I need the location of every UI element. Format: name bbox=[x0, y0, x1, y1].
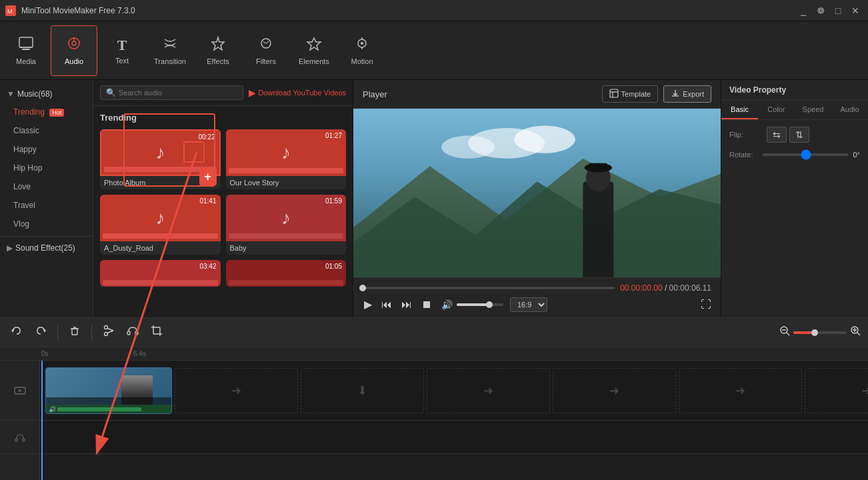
flip-horizontal-btn[interactable]: ⇆ bbox=[767, 127, 787, 143]
youtube-btn-label: Download YouTube Videos bbox=[259, 89, 347, 97]
settings-btn[interactable]: ☸ bbox=[813, 3, 828, 18]
maximize-btn[interactable]: □ bbox=[831, 3, 845, 18]
search-input[interactable] bbox=[119, 89, 237, 97]
toolbar-audio[interactable]: Audio bbox=[51, 25, 97, 76]
svg-point-33 bbox=[105, 326, 108, 329]
toolbar-transition[interactable]: Transition bbox=[147, 25, 193, 76]
category-hiphop[interactable]: Hip Hop bbox=[0, 159, 93, 177]
toolbar-effects[interactable]: Effects bbox=[195, 25, 241, 76]
redo-btn[interactable] bbox=[31, 322, 51, 343]
crop-btn[interactable] bbox=[147, 322, 167, 343]
main-toolbar: Media Audio T Text Transition Effects Fi… bbox=[0, 21, 868, 80]
video-track-label bbox=[0, 361, 39, 421]
toolbar-media[interactable]: Media bbox=[3, 25, 49, 76]
search-box[interactable]: 🔍 bbox=[100, 85, 243, 100]
play-btn[interactable]: ▶ bbox=[363, 297, 373, 312]
zoom-out-btn[interactable] bbox=[779, 325, 791, 340]
template-btn[interactable]: Template bbox=[602, 85, 659, 103]
flip-label: Flip: bbox=[729, 131, 763, 139]
travel-label: Travel bbox=[13, 201, 35, 210]
duration-2: 01:27 bbox=[325, 132, 342, 139]
youtube-download-btn[interactable]: ▶ Download YouTube Videos bbox=[249, 87, 347, 98]
audio-card-6[interactable]: 01:05 bbox=[226, 260, 347, 287]
waveform-6 bbox=[229, 280, 344, 285]
toolbar-elements[interactable]: Elements bbox=[291, 25, 337, 76]
export-btn[interactable]: Export bbox=[663, 85, 711, 103]
zoom-slider[interactable] bbox=[793, 331, 847, 334]
category-happy[interactable]: Happy bbox=[0, 140, 93, 159]
placeholder-5: ➜ bbox=[679, 368, 802, 413]
properties-panel: Video Property Basic Color Speed Audio F… bbox=[721, 80, 868, 317]
audio-card-3[interactable]: ♪ 01:41 A_Dusty_Road bbox=[100, 195, 221, 255]
toolbar-text[interactable]: T Text bbox=[99, 25, 145, 76]
svg-rect-26 bbox=[589, 163, 608, 171]
duration-6: 01:05 bbox=[325, 263, 342, 270]
undo-btn[interactable] bbox=[7, 322, 27, 343]
rotate-slider[interactable] bbox=[763, 153, 849, 156]
category-love[interactable]: Love bbox=[0, 177, 93, 196]
duration-1: 00:22 bbox=[198, 133, 215, 141]
prev-frame-btn[interactable]: ⏮ bbox=[380, 297, 393, 312]
tab-audio[interactable]: Audio bbox=[831, 101, 868, 119]
tab-speed[interactable]: Speed bbox=[795, 101, 831, 119]
player-header: Player Template Export bbox=[353, 80, 721, 109]
volume-btn[interactable]: 🔊 bbox=[440, 298, 454, 311]
stop-btn[interactable]: ⏹ bbox=[420, 297, 433, 312]
headphones-btn[interactable] bbox=[123, 322, 143, 343]
time-separator: / bbox=[665, 283, 669, 293]
flip-row: Flip: ⇆ ⇅ bbox=[729, 127, 860, 143]
next-frame-btn[interactable]: ⏭ bbox=[400, 297, 413, 312]
audio-card-4[interactable]: ♪ 01:59 Baby bbox=[226, 195, 347, 255]
fullscreen-btn[interactable]: ⛶ bbox=[701, 299, 711, 311]
audio-card-2[interactable]: ♪ 01:27 Our Love Story bbox=[226, 129, 347, 189]
svg-marker-27 bbox=[11, 329, 13, 333]
close-btn[interactable]: ✕ bbox=[848, 3, 863, 18]
category-classic[interactable]: Classic bbox=[0, 121, 93, 140]
audio-card-5[interactable]: 03:42 bbox=[100, 260, 221, 287]
left-panel: ▼ Music(68) Trending Hot Classic Happy H… bbox=[0, 80, 353, 317]
ratio-select[interactable]: 16:9 9:16 4:3 1:1 bbox=[510, 297, 547, 312]
sound-effect-group-header[interactable]: ▶ Sound Effect(25) bbox=[0, 239, 93, 257]
tab-color[interactable]: Color bbox=[758, 101, 795, 119]
svg-marker-51 bbox=[19, 389, 22, 392]
music-note-icon-2: ♪ bbox=[281, 142, 291, 163]
svg-rect-52 bbox=[15, 439, 17, 441]
progress-bar-container: 00:00:00.00 / 00:00:06.11 bbox=[363, 283, 711, 293]
app-body: ▼ Music(68) Trending Hot Classic Happy H… bbox=[0, 80, 868, 480]
duration-3: 01:41 bbox=[199, 197, 216, 205]
flip-vertical-btn[interactable]: ⇅ bbox=[789, 127, 809, 143]
svg-rect-37 bbox=[135, 331, 138, 335]
export-label: Export bbox=[683, 90, 704, 98]
trending-title: Trending bbox=[100, 113, 346, 123]
svg-marker-28 bbox=[44, 329, 46, 333]
category-vlog[interactable]: Vlog bbox=[0, 215, 93, 233]
progress-bar[interactable] bbox=[363, 287, 615, 289]
video-clip-1[interactable]: 🔊 bbox=[45, 367, 172, 414]
playhead[interactable] bbox=[41, 361, 43, 480]
delete-btn[interactable] bbox=[65, 322, 85, 343]
track-content: 🔊 ➜ ⬇ ➜ ➜ bbox=[40, 361, 868, 480]
motion-label: Motion bbox=[351, 57, 373, 65]
add-button-1[interactable]: + bbox=[199, 168, 217, 185]
audio-card-1[interactable]: ♪ 00:22 Photo Album + bbox=[100, 129, 221, 189]
zoom-in-btn[interactable] bbox=[849, 325, 861, 340]
waveform-5 bbox=[103, 280, 218, 285]
volume-slider[interactable] bbox=[457, 303, 503, 306]
toolbar-filters[interactable]: Filters bbox=[243, 25, 289, 76]
player-panel: Player Template Export bbox=[353, 80, 721, 317]
category-trending[interactable]: Trending Hot bbox=[0, 103, 93, 121]
toolbar-motion[interactable]: Motion bbox=[339, 25, 385, 76]
tab-basic[interactable]: Basic bbox=[721, 101, 758, 119]
text-icon: T bbox=[117, 37, 127, 54]
content-area: ▼ Music(68) Trending Hot Classic Happy H… bbox=[0, 80, 868, 317]
svg-rect-36 bbox=[127, 331, 130, 335]
cut-btn[interactable] bbox=[99, 322, 119, 343]
music-group-header[interactable]: ▼ Music(68) bbox=[0, 85, 93, 103]
prop-tabs: Basic Color Speed Audio bbox=[721, 101, 868, 120]
svg-rect-14 bbox=[610, 89, 618, 97]
minimize-btn[interactable]: ⎯ bbox=[796, 3, 811, 18]
scene-svg bbox=[353, 109, 721, 277]
category-travel[interactable]: Travel bbox=[0, 196, 93, 215]
svg-line-34 bbox=[107, 329, 113, 331]
svg-marker-9 bbox=[307, 38, 321, 50]
